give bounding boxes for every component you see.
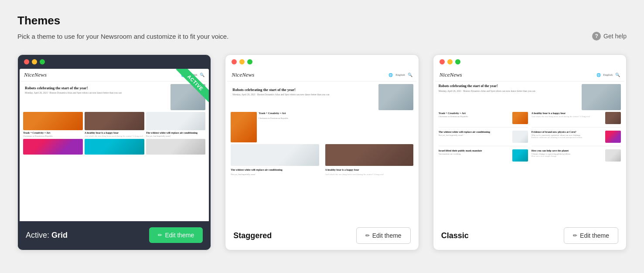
classic-art-title-2: A healthy bear is a happy bear xyxy=(532,112,603,115)
dot-red xyxy=(440,59,445,64)
staggered-title-1: Trash + Creativity = Art xyxy=(259,112,413,115)
card-footer-grid: Active: Grid ✏ Edit theme xyxy=(18,221,211,249)
classic-art-title-6: How you can help save the planet xyxy=(532,149,603,152)
col-img-2 xyxy=(85,112,144,130)
browser-bar-staggered xyxy=(225,55,418,69)
staggered-desc-3: And what's the one thing bears need duri… xyxy=(325,173,413,175)
classic-art-title-3: The whitest white will replace air condi… xyxy=(439,131,511,133)
classic-art-title-5: Israel lifted their public mask mandate xyxy=(439,149,511,152)
theme-card-classic: NiceNews 🌐 English 🔍 Robots celebrating … xyxy=(433,54,627,250)
globe-icon-s: 🌐 xyxy=(388,73,393,77)
col-desc-2: And what's the one thing bears need duri… xyxy=(85,135,144,137)
dot-red xyxy=(24,59,29,64)
edit-theme-staggered-label: Edit theme xyxy=(372,232,402,239)
pencil-icon-c: ✏ xyxy=(573,233,577,239)
page-title: Themes xyxy=(17,14,627,27)
bottom-img-1 xyxy=(23,139,83,155)
staggered-theme-label: Staggered xyxy=(233,231,272,240)
mini-logo-staggered: NiceNews xyxy=(232,71,254,78)
hero-title: Robots celebrating the start of the year… xyxy=(25,86,167,90)
classic-art-desc-4: Particle collisions are starting to reve… xyxy=(532,136,603,138)
classic-art-img-6 xyxy=(605,149,621,162)
mini-lang-s: English xyxy=(395,73,405,77)
browser-bar-grid xyxy=(18,55,211,69)
col-img-1 xyxy=(23,112,83,130)
mini-logo-classic: NiceNews xyxy=(440,71,462,78)
staggered-img-2 xyxy=(231,144,319,166)
dot-yellow xyxy=(447,59,453,64)
page-subtitle: Pick a theme to use for your Newsroom an… xyxy=(17,33,228,40)
classic-art-sub-1: Christmas in Dominican Republic xyxy=(439,115,511,118)
get-help-label: Get help xyxy=(603,33,627,40)
theme-card-grid: ACTIVE NiceNews 🌐 English 🔍 Robots celeb… xyxy=(17,54,211,250)
staggered-sub-1: Christmas in Dominican Republic xyxy=(259,117,413,119)
active-ribbon-label: ACTIVE xyxy=(176,69,209,102)
theme-preview-classic: NiceNews 🌐 English 🔍 Robots celebrating … xyxy=(435,69,624,221)
mini-lang-c: English xyxy=(603,73,613,77)
classic-art-img-1 xyxy=(512,112,528,124)
classic-art-title-1: Trash + Creativity = Art xyxy=(439,112,511,115)
edit-theme-classic-label: Edit theme xyxy=(580,232,609,239)
theme-card-staggered: NiceNews 🌐 English 🔍 Robots celebrating … xyxy=(225,54,419,250)
dot-yellow xyxy=(32,59,37,64)
browser-bar-classic xyxy=(433,55,626,69)
classic-art-sub-3: Not yet, but hopefully soon! xyxy=(439,134,511,136)
col-img-3 xyxy=(146,112,206,130)
classic-hero-img xyxy=(582,84,621,110)
search-icon-s: 🔍 xyxy=(408,73,412,77)
col-sub-3: Not yet, but hopefully soon! xyxy=(146,135,206,137)
question-icon: ? xyxy=(592,32,601,40)
mini-logo: NiceNews xyxy=(24,71,47,78)
hero-image-s xyxy=(378,84,413,110)
staggered-img-3 xyxy=(325,144,413,166)
staggered-sub-2: Not yet, but hopefully soon! xyxy=(231,173,319,175)
staggered-title-3: A healthy bear is a happy bear xyxy=(325,169,413,171)
classic-art-img-3 xyxy=(512,131,528,143)
classic-art-sub-5: Vaccinations are working xyxy=(439,153,511,155)
edit-theme-grid-button[interactable]: ✏ Edit theme xyxy=(149,227,203,243)
classic-art-img-5 xyxy=(512,149,528,162)
col-title-2: A healthy bear is a happy bear xyxy=(85,131,144,134)
card-footer-classic: Classic ✏ Edit theme xyxy=(433,221,626,250)
classic-art-title-4: Evidence of brand new physics at Cern? xyxy=(532,131,603,133)
dot-green xyxy=(247,59,252,64)
classic-theme-label: Classic xyxy=(441,231,469,240)
hero-date: Monday, April 26, 2021 · Boston Dynamics… xyxy=(25,91,167,94)
themes-grid: ACTIVE NiceNews 🌐 English 🔍 Robots celeb… xyxy=(17,54,627,250)
pencil-icon: ✏ xyxy=(158,232,162,238)
bottom-img-2 xyxy=(85,139,144,155)
classic-art-desc-2: And what's the one thing bears need duri… xyxy=(532,115,603,118)
globe-icon-c: 🌐 xyxy=(596,73,601,77)
staggered-img-1 xyxy=(231,112,257,142)
staggered-title-2: The whitest white will replace air condi… xyxy=(231,169,319,171)
col-sub-1: Christmas in Dominican Republic xyxy=(23,135,83,137)
col-title-1: Trash + Creativity = Art xyxy=(23,131,83,134)
edit-theme-grid-label: Edit theme xyxy=(165,232,194,239)
search-icon-c: 🔍 xyxy=(615,73,620,77)
hero-date-s: Monday, April 26, 2021 · Boston Dynamics… xyxy=(232,93,375,96)
dot-green xyxy=(455,59,460,64)
classic-art-img-2 xyxy=(605,112,621,124)
get-help-button[interactable]: ? Get help xyxy=(592,32,627,40)
edit-theme-staggered-button[interactable]: ✏ Edit theme xyxy=(356,227,411,244)
card-footer-staggered: Staggered ✏ Edit theme xyxy=(225,221,418,250)
theme-preview-grid: ACTIVE NiceNews 🌐 English 🔍 Robots celeb… xyxy=(20,69,209,221)
dot-green xyxy=(40,59,45,64)
active-theme-label: Active: Grid xyxy=(26,231,68,240)
hero-title-s: Robots celebrating the start of the year… xyxy=(232,88,375,92)
classic-art-img-4 xyxy=(605,131,621,143)
classic-hero-date: Monday, April 26, 2021 · Boston Dynamics… xyxy=(439,90,580,92)
theme-preview-staggered: NiceNews 🌐 English 🔍 Robots celebrating … xyxy=(227,69,416,221)
col-title-3: The whitest white will replace air condi… xyxy=(146,131,206,134)
pencil-icon-s: ✏ xyxy=(365,233,370,239)
active-ribbon: ACTIVE xyxy=(165,69,209,112)
classic-art-desc-6: Here are a few simple things xyxy=(532,155,603,157)
bottom-img-3 xyxy=(146,139,206,155)
classic-hero-title: Robots celebrating the start of the year… xyxy=(439,84,580,88)
dot-yellow xyxy=(239,59,245,64)
edit-theme-classic-button[interactable]: ✏ Edit theme xyxy=(564,227,618,244)
dot-red xyxy=(232,59,237,64)
